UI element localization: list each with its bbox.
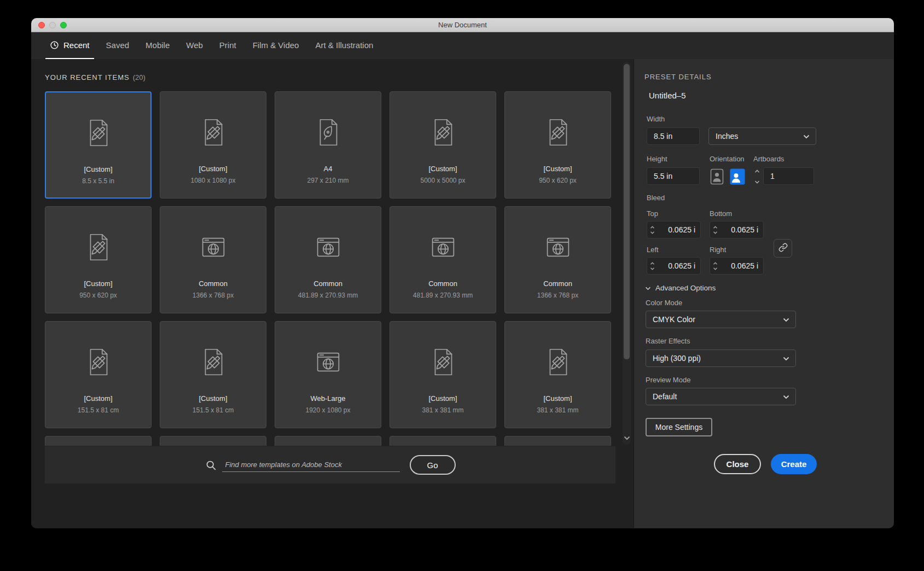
browser-globe-icon: [275, 228, 381, 267]
bleed-label: Bleed: [647, 194, 665, 202]
advanced-options-toggle[interactable]: Advanced Options: [645, 284, 716, 292]
preset-card-size: 950 x 620 px: [45, 292, 151, 299]
close-button[interactable]: Close: [714, 454, 761, 474]
width-label: Width: [647, 115, 665, 123]
preset-card-name: [Custom]: [390, 165, 496, 173]
preset-grid-partial-row: [45, 436, 611, 446]
artboards-input[interactable]: 1: [763, 167, 814, 185]
bleed-left-input[interactable]: 0.0625 i: [647, 257, 701, 275]
document-pen-icon: [275, 113, 381, 152]
preset-card-size: 1080 x 1080 px: [160, 177, 266, 184]
document-tools-icon: [390, 113, 496, 152]
orientation-landscape-button[interactable]: [730, 168, 745, 187]
preset-details-heading: PRESET DETAILS: [644, 73, 712, 81]
preset-card[interactable]: [Custom]950 x 620 px: [504, 91, 611, 199]
preset-card[interactable]: A4297 x 210 mm: [275, 91, 381, 199]
artboards-stepper[interactable]: [754, 170, 760, 184]
preset-card-size: 151.5 x 81 cm: [45, 406, 151, 414]
units-dropdown[interactable]: Inches: [708, 127, 816, 145]
stock-search-input[interactable]: [222, 458, 400, 472]
document-name-input[interactable]: Untitled–5: [649, 91, 686, 100]
tab-web[interactable]: Web: [182, 32, 207, 59]
preset-card[interactable]: [Custom]5000 x 5000 px: [390, 91, 496, 199]
browser-globe-icon: [275, 342, 381, 382]
scrollbar-down-icon[interactable]: [624, 433, 630, 442]
preset-card-size: 1920 x 1080 px: [275, 406, 381, 414]
preset-card[interactable]: Common481.89 x 270.93 mm: [275, 206, 381, 313]
bleed-top-value: 0.0625 i: [668, 225, 695, 234]
preset-card[interactable]: [Custom]950 x 620 px: [45, 206, 152, 313]
tab-art-illustration[interactable]: Art & Illustration: [311, 32, 377, 59]
recent-items-heading: YOUR RECENT ITEMS(20): [45, 73, 146, 81]
tab-label: Art & Illustration: [315, 40, 373, 50]
preset-card-name: A4: [275, 165, 381, 173]
width-input[interactable]: 8.5 in: [647, 127, 700, 145]
preset-card[interactable]: Web-Large1920 x 1080 px: [275, 321, 381, 428]
scrollbar-thumb[interactable]: [624, 64, 630, 359]
titlebar[interactable]: New Document: [31, 18, 894, 32]
artboards-label: Artboards: [753, 155, 784, 163]
bleed-bottom-label: Bottom: [710, 209, 732, 218]
preview-mode-label: Preview Mode: [646, 376, 690, 384]
height-input[interactable]: 5.5 in: [647, 167, 700, 185]
bleed-right-input[interactable]: 0.0625 i: [710, 257, 764, 275]
preset-card[interactable]: [Custom]151.5 x 81 cm: [160, 321, 266, 428]
tab-label: Film & Video: [253, 40, 299, 50]
tab-recent[interactable]: Recent: [45, 32, 94, 59]
window-zoom-button[interactable]: [60, 22, 67, 28]
bleed-right-stepper[interactable]: [713, 262, 718, 270]
preset-card-name: Common: [505, 279, 611, 288]
bleed-bottom-input[interactable]: 0.0625 i: [710, 221, 764, 238]
tab-mobile[interactable]: Mobile: [141, 32, 174, 59]
preset-card[interactable]: Common481.89 x 270.93 mm: [390, 206, 496, 313]
tab-label: Print: [219, 40, 236, 50]
raster-effects-dropdown[interactable]: High (300 ppi): [646, 349, 796, 367]
create-button[interactable]: Create: [771, 454, 817, 474]
bleed-left-label: Left: [647, 246, 659, 254]
preset-card[interactable]: [Custom]381 x 381 mm: [390, 321, 496, 428]
preset-card-name: Common: [160, 279, 266, 288]
tab-print[interactable]: Print: [215, 32, 241, 59]
preset-card[interactable]: Common1366 x 768 px: [160, 206, 266, 313]
more-settings-button[interactable]: More Settings: [646, 418, 712, 436]
preset-card-partial[interactable]: [160, 436, 266, 446]
preset-card[interactable]: [Custom]8.5 x 5.5 in: [45, 91, 152, 199]
preset-card-partial[interactable]: [504, 436, 611, 446]
preset-card-size: 297 x 210 mm: [275, 177, 381, 184]
window-close-button[interactable]: [38, 22, 45, 28]
preset-card-partial[interactable]: [275, 436, 381, 446]
raster-effects-label: Raster Effects: [646, 337, 690, 345]
new-document-dialog: New Document Recent Saved Mobile Web Pri…: [31, 18, 894, 528]
bleed-bottom-stepper[interactable]: [713, 226, 718, 234]
orientation-portrait-button[interactable]: [710, 168, 724, 187]
preset-card[interactable]: [Custom]151.5 x 81 cm: [45, 321, 152, 428]
color-mode-dropdown[interactable]: CMYK Color: [646, 311, 796, 328]
color-mode-value: CMYK Color: [653, 315, 695, 324]
bleed-right-label: Right: [710, 246, 726, 254]
preset-card-size: 381 x 381 mm: [390, 406, 496, 414]
preset-card-size: 950 x 620 px: [505, 177, 611, 184]
preset-card[interactable]: [Custom]1080 x 1080 px: [160, 91, 266, 199]
preset-card-name: [Custom]: [390, 394, 496, 403]
chevron-down-icon: [803, 132, 810, 141]
bleed-top-input[interactable]: 0.0625 i: [647, 221, 701, 238]
go-button[interactable]: Go: [410, 455, 456, 475]
preset-card[interactable]: Common1366 x 768 px: [504, 206, 611, 313]
preset-card-partial[interactable]: [45, 436, 152, 446]
bleed-top-stepper[interactable]: [650, 226, 655, 234]
bleed-left-stepper[interactable]: [650, 262, 655, 270]
tab-saved[interactable]: Saved: [102, 32, 134, 59]
preset-card-partial[interactable]: [390, 436, 496, 446]
tab-label: Mobile: [146, 40, 170, 50]
preset-card-size: 1366 x 768 px: [505, 292, 611, 299]
preview-mode-dropdown[interactable]: Default: [646, 388, 796, 405]
clock-icon: [50, 40, 59, 50]
tab-film-video[interactable]: Film & Video: [248, 32, 304, 59]
document-tools-icon: [160, 113, 266, 152]
window-minimize-button[interactable]: [49, 22, 56, 28]
preset-card[interactable]: [Custom]381 x 381 mm: [504, 321, 611, 428]
tab-label: Web: [186, 40, 203, 50]
preset-card-name: Common: [390, 279, 496, 288]
bleed-link-button[interactable]: [774, 239, 792, 258]
raster-effects-value: High (300 ppi): [653, 354, 701, 363]
